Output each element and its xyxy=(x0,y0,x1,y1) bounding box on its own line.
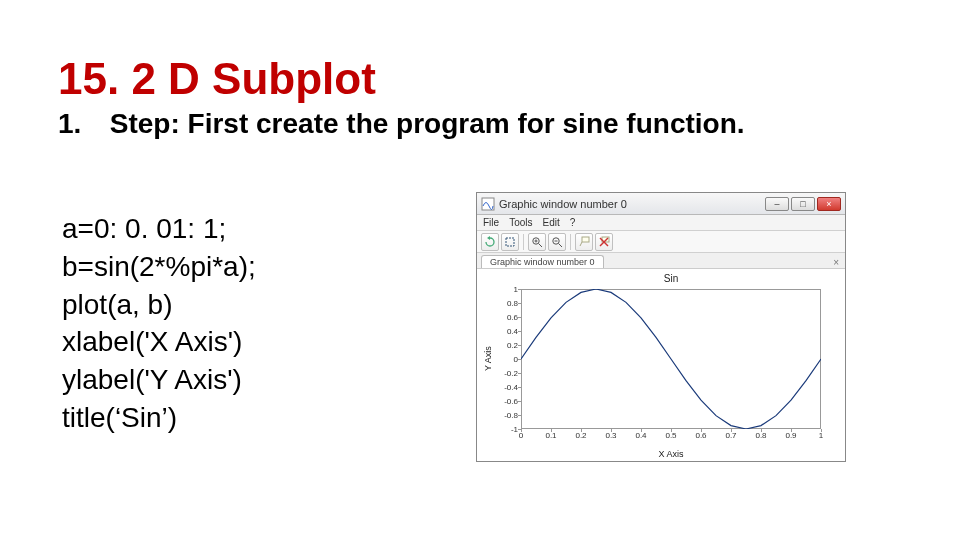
xtick-label: 0.2 xyxy=(575,431,586,440)
step-line: 1. Step: First create the program for si… xyxy=(58,108,745,140)
zoom-in-icon[interactable] xyxy=(528,233,546,251)
svg-rect-9 xyxy=(582,237,589,242)
xtick-label: 0 xyxy=(519,431,523,440)
toolbar-separator xyxy=(570,234,571,250)
xtick-mark xyxy=(761,429,762,432)
ytick-mark xyxy=(518,289,521,290)
xtick-mark xyxy=(521,429,522,432)
xtick-mark xyxy=(671,429,672,432)
ytick-mark xyxy=(518,345,521,346)
menu-edit[interactable]: Edit xyxy=(542,217,559,228)
zoom-out-icon[interactable] xyxy=(548,233,566,251)
xtick-mark xyxy=(551,429,552,432)
xtick-label: 0.3 xyxy=(605,431,616,440)
xtick-mark xyxy=(701,429,702,432)
menu-tools[interactable]: Tools xyxy=(509,217,532,228)
menubar: File Tools Edit ? xyxy=(477,215,845,231)
chart-ylabel: Y Axis xyxy=(483,289,495,429)
ytick-label: 0.6 xyxy=(507,313,518,322)
xtick-label: 0.4 xyxy=(635,431,646,440)
code-line: plot(a, b) xyxy=(62,286,256,324)
ytick-mark xyxy=(518,359,521,360)
ytick-mark xyxy=(518,401,521,402)
step-text: Step: First create the program for sine … xyxy=(110,108,745,139)
code-line: xlabel('X Axis') xyxy=(62,323,256,361)
zoom-box-icon[interactable] xyxy=(501,233,519,251)
code-line: b=sin(2*%pi*a); xyxy=(62,248,256,286)
page-title: 15. 2 D Subplot xyxy=(58,54,376,104)
xtick-label: 0.7 xyxy=(725,431,736,440)
window-title: Graphic window number 0 xyxy=(499,198,761,210)
toolbar xyxy=(477,231,845,253)
xtick-label: 0.8 xyxy=(755,431,766,440)
code-line: a=0: 0. 01: 1; xyxy=(62,210,256,248)
code-block: a=0: 0. 01: 1; b=sin(2*%pi*a); plot(a, b… xyxy=(62,210,256,437)
ytick-label: -0.2 xyxy=(504,369,518,378)
svg-line-10 xyxy=(580,242,582,246)
xtick-mark xyxy=(611,429,612,432)
minimize-button[interactable]: – xyxy=(765,197,789,211)
datatip-icon[interactable] xyxy=(575,233,593,251)
ytick-label: -1 xyxy=(511,425,518,434)
step-number: 1. xyxy=(58,108,102,140)
ytick-label: 0.8 xyxy=(507,299,518,308)
xtick-mark xyxy=(791,429,792,432)
maximize-button[interactable]: □ xyxy=(791,197,815,211)
xtick-mark xyxy=(821,429,822,432)
ytick-label: -0.4 xyxy=(504,383,518,392)
toolbar-separator xyxy=(523,234,524,250)
window-titlebar[interactable]: Graphic window number 0 – □ × xyxy=(477,193,845,215)
ytick-mark xyxy=(518,373,521,374)
menu-file[interactable]: File xyxy=(483,217,499,228)
code-line: ylabel('Y Axis') xyxy=(62,361,256,399)
ytick-mark xyxy=(518,317,521,318)
menu-help[interactable]: ? xyxy=(570,217,576,228)
xtick-label: 0.9 xyxy=(785,431,796,440)
xtick-label: 0.1 xyxy=(545,431,556,440)
ytick-mark xyxy=(518,387,521,388)
tab-close-icon[interactable]: × xyxy=(827,257,845,268)
svg-rect-1 xyxy=(506,238,514,246)
chart-title: Sin xyxy=(521,273,821,284)
close-button[interactable]: × xyxy=(817,197,841,211)
datatip-remove-icon[interactable] xyxy=(595,233,613,251)
ytick-label: -0.6 xyxy=(504,397,518,406)
xtick-label: 0.5 xyxy=(665,431,676,440)
xtick-label: 0.6 xyxy=(695,431,706,440)
ytick-label: -0.8 xyxy=(504,411,518,420)
plot-canvas: Sin Y Axis -1-0.8-0.6-0.4-0.200.20.40.60… xyxy=(477,271,845,461)
xtick-mark xyxy=(581,429,582,432)
chart-xlabel: X Axis xyxy=(521,449,821,459)
ytick-mark xyxy=(518,331,521,332)
ytick-mark xyxy=(518,415,521,416)
xtick-mark xyxy=(641,429,642,432)
svg-line-7 xyxy=(559,243,563,247)
rotate-icon[interactable] xyxy=(481,233,499,251)
graphic-window: Graphic window number 0 – □ × File Tools… xyxy=(476,192,846,462)
sine-curve xyxy=(521,289,821,429)
ytick-mark xyxy=(518,303,521,304)
ytick-label: 0.2 xyxy=(507,341,518,350)
tab-graphic-window[interactable]: Graphic window number 0 xyxy=(481,255,604,268)
svg-line-3 xyxy=(539,243,543,247)
xtick-mark xyxy=(731,429,732,432)
chart-axes: -1-0.8-0.6-0.4-0.200.20.40.60.8100.10.20… xyxy=(521,289,821,429)
ytick-label: 0.4 xyxy=(507,327,518,336)
app-icon xyxy=(481,197,495,211)
code-line: title(‘Sin’) xyxy=(62,399,256,437)
tabbar: Graphic window number 0 × xyxy=(477,253,845,269)
xtick-label: 1 xyxy=(819,431,823,440)
